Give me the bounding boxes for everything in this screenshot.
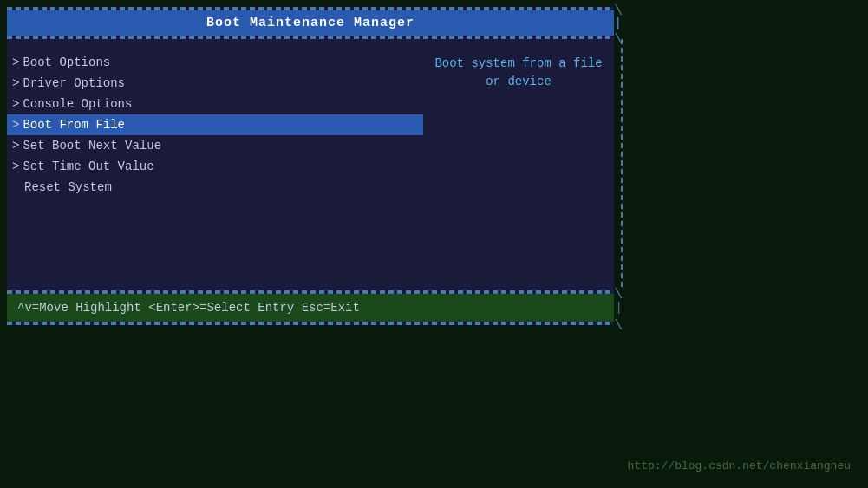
menu-item-boot-from-file[interactable]: > Boot From File <box>7 114 423 135</box>
menu-item-label: Set Time Out Value <box>23 159 153 173</box>
menu-item-boot-options[interactable]: > Boot Options <box>7 52 423 73</box>
main-content: > Boot Options> Driver Options> Console … <box>7 39 614 290</box>
help-text: Boot system from a file or device <box>423 48 614 282</box>
title-text: Boot Maintenance Manager <box>206 16 414 30</box>
menu-item-label: Set Boot Next Value <box>23 139 161 153</box>
menu-arrow-icon: > <box>12 118 19 132</box>
menu-item-label: Boot Options <box>23 55 110 69</box>
menu-arrow-icon: > <box>12 76 19 90</box>
menu-item-label: Boot From File <box>23 118 125 132</box>
menu-item-reset-system[interactable]: Reset System <box>7 177 423 198</box>
title-bar: Boot Maintenance Manager <box>7 10 614 36</box>
main-panel: Boot Maintenance Manager > Boot Options>… <box>7 7 614 325</box>
menu-arrow-icon: > <box>12 55 19 69</box>
menu-arrow-icon: > <box>12 97 19 111</box>
menu-item-console-options[interactable]: > Console Options <box>7 94 423 114</box>
menu-item-driver-options[interactable]: > Driver Options <box>7 73 423 94</box>
border-bottom <box>7 322 614 325</box>
menu-item-label: Driver Options <box>23 76 125 90</box>
menu-arrow-icon: > <box>12 159 19 173</box>
menu-item-set-boot-next-value[interactable]: > Set Boot Next Value <box>7 135 423 156</box>
menu-item-label: Reset System <box>24 180 112 194</box>
menu-item-label: Console Options <box>23 97 132 111</box>
status-bar: ^v=Move Highlight <Enter>=Select Entry E… <box>7 294 614 322</box>
menu-list: > Boot Options> Driver Options> Console … <box>7 48 423 282</box>
menu-arrow-icon: > <box>12 139 19 153</box>
menu-item-set-time-out-value[interactable]: > Set Time Out Value <box>7 156 423 177</box>
watermark: http://blog.csdn.net/chenxiangneu <box>628 459 851 472</box>
